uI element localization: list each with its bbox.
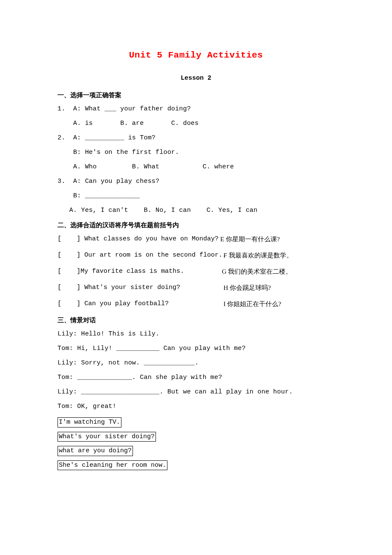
q3-context: B: ______________	[58, 192, 334, 200]
match-left: [ ] Can you play football?	[58, 300, 220, 308]
answer-bank-row: She's cleaning her room now.	[58, 460, 334, 473]
dialog-line: Lily: Hello! This is Lily.	[58, 330, 334, 338]
match-left: [ ] What classes do you have on Monday?	[58, 235, 220, 243]
answer-bank-row: what are you doing?	[58, 446, 334, 459]
match-row: [ ] Can you play football? I 你姐姐正在干什么?	[58, 300, 334, 308]
match-right: G 我们的美术室在二楼。	[220, 268, 292, 275]
section-2-heading: 二、选择合适的汉语将序号填在题前括号内	[58, 221, 334, 229]
answer-bank-item: I'm watching TV.	[58, 417, 121, 428]
dialog-line: Tom: OK, great!	[58, 403, 334, 410]
dialog-line: Lily: Sorry, not now. _____________.	[58, 359, 334, 367]
q1-prompt: 1. A: What ___ your father doing?	[58, 105, 334, 113]
match-left: [ ] What's your sister doing?	[58, 284, 220, 292]
page-title: Unit 5 Family Activities	[58, 50, 334, 60]
match-right: H 你会踢足球吗?	[220, 284, 271, 292]
answer-bank-item: She's cleaning her room now.	[58, 460, 167, 471]
q1-choices: A. is B. are C. does	[58, 120, 334, 127]
match-right: I 你姐姐正在干什么?	[220, 300, 281, 308]
answer-bank-row: What's your sister doing?	[58, 432, 334, 445]
match-left: [ ]My favorite class is maths.	[58, 268, 220, 275]
page-subtitle: Lesson 2	[58, 75, 334, 82]
q2-prompt: 2. A: __________ is Tom?	[58, 134, 334, 142]
section-1-heading: 一、选择一项正确答案	[58, 91, 334, 99]
answer-bank-item: what are you doing?	[58, 446, 133, 456]
dialog-line: Lily: ____________________. But we can a…	[58, 388, 334, 396]
q3-choices: A. Yes, I can't B. No, I can C. Yes, I c…	[58, 207, 334, 214]
answer-bank-row: I'm watching TV.	[58, 417, 334, 430]
match-right: E 你星期一有什么课?	[220, 235, 280, 243]
match-row: [ ]My favorite class is maths. G 我们的美术室在…	[58, 268, 334, 275]
answer-bank-item: What's your sister doing?	[58, 432, 156, 442]
q2-choices: A. Who B. What C. where	[58, 163, 334, 171]
dialog-line: Tom: Hi, Lily! ___________ Can you play …	[58, 345, 334, 353]
dialog-line: Tom: ______________. Can she play with m…	[58, 374, 334, 382]
match-left: [ ] Our art room is on the second floor.…	[58, 251, 220, 259]
match-row: [ ] Our art room is on the second floor.…	[58, 251, 334, 259]
q2-context: B: He's on the first floor.	[58, 149, 334, 156]
section-3-heading: 三、情景对话	[58, 316, 334, 324]
document-page: Unit 5 Family Activities Lesson 2 一、选择一项…	[0, 0, 392, 517]
match-row: [ ] What classes do you have on Monday? …	[58, 235, 334, 243]
match-right: F 我最喜欢的课是数学。	[220, 251, 293, 259]
match-row: [ ] What's your sister doing? H 你会踢足球吗?	[58, 284, 334, 292]
q3-prompt: 3. A: Can you play chess?	[58, 178, 334, 185]
